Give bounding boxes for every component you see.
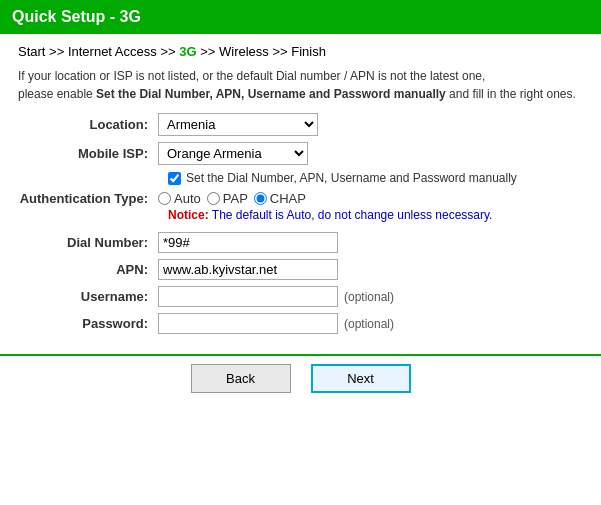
apn-input[interactable] [158, 259, 338, 280]
auth-notice-label: Notice: [168, 208, 209, 222]
location-row: Location: Armenia [18, 113, 583, 136]
apn-label: APN: [18, 262, 158, 277]
username-input[interactable] [158, 286, 338, 307]
password-input[interactable] [158, 313, 338, 334]
manual-checkbox-label: Set the Dial Number, APN, Username and P… [186, 171, 517, 185]
breadcrumb: Start >> Internet Access >> 3G >> Wirele… [18, 44, 583, 59]
dial-number-input[interactable] [158, 232, 338, 253]
password-row: Password: (optional) [18, 313, 583, 334]
dial-number-label: Dial Number: [18, 235, 158, 250]
auth-auto-label[interactable]: Auto [158, 191, 201, 206]
auth-chap-radio[interactable] [254, 192, 267, 205]
mobile-isp-row: Mobile ISP: Orange Armenia [18, 142, 583, 165]
auth-auto-radio[interactable] [158, 192, 171, 205]
username-label: Username: [18, 289, 158, 304]
auth-notice-body: The default is Auto, do not change unles… [212, 208, 493, 222]
next-button[interactable]: Next [311, 364, 411, 393]
mobile-isp-select[interactable]: Orange Armenia [158, 142, 308, 165]
mobile-isp-label: Mobile ISP: [18, 146, 158, 161]
back-button[interactable]: Back [191, 364, 291, 393]
apn-row: APN: [18, 259, 583, 280]
auth-pap-label[interactable]: PAP [207, 191, 248, 206]
auth-options: Auto PAP CHAP [158, 191, 306, 206]
password-label: Password: [18, 316, 158, 331]
password-optional: (optional) [344, 317, 394, 331]
auth-type-row: Authentication Type: Auto PAP CHAP [18, 191, 583, 206]
manual-checkbox[interactable] [168, 172, 181, 185]
location-select[interactable]: Armenia [158, 113, 318, 136]
separator-line [0, 354, 601, 356]
dial-number-row: Dial Number: [18, 232, 583, 253]
username-optional: (optional) [344, 290, 394, 304]
main-notice: If your location or ISP is not listed, o… [18, 67, 583, 103]
manual-checkbox-row: Set the Dial Number, APN, Username and P… [168, 171, 583, 185]
auth-type-label: Authentication Type: [18, 191, 158, 206]
location-label: Location: [18, 117, 158, 132]
auth-notice: Notice: The default is Auto, do not chan… [168, 208, 583, 222]
auth-pap-radio[interactable] [207, 192, 220, 205]
button-row: Back Next [0, 364, 601, 393]
username-row: Username: (optional) [18, 286, 583, 307]
title-bar: Quick Setup - 3G [0, 0, 601, 34]
page-title: Quick Setup - 3G [12, 8, 141, 25]
auth-chap-label[interactable]: CHAP [254, 191, 306, 206]
